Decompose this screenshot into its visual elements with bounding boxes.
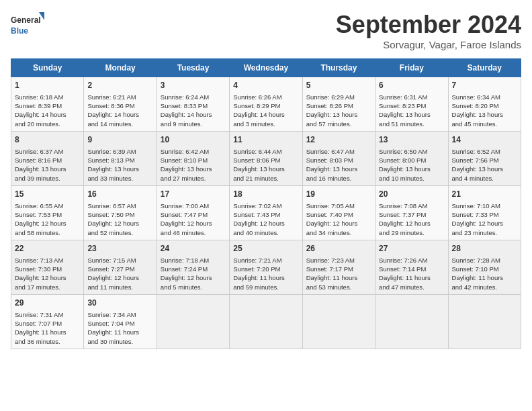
- day-info: Sunrise: 6:42 AM Sunset: 8:10 PM Dayligh…: [161, 147, 226, 183]
- header: General Blue September 2024 Sorvagur, Va…: [11, 11, 521, 50]
- calendar-cell: 4Sunrise: 6:26 AM Sunset: 8:29 PM Daylig…: [230, 77, 302, 132]
- calendar-cell: 13Sunrise: 6:50 AM Sunset: 8:00 PM Dayli…: [375, 131, 448, 185]
- day-info: Sunrise: 6:31 AM Sunset: 8:23 PM Dayligh…: [379, 93, 444, 128]
- day-info: Sunrise: 6:44 AM Sunset: 8:06 PM Dayligh…: [233, 147, 298, 183]
- day-info: Sunrise: 6:34 AM Sunset: 8:20 PM Dayligh…: [452, 93, 517, 128]
- day-number: 10: [161, 134, 226, 146]
- calendar-cell: 2Sunrise: 6:21 AM Sunset: 8:36 PM Daylig…: [84, 77, 157, 132]
- calendar-cell: [157, 294, 229, 349]
- location-title: Sorvagur, Vagar, Faroe Islands: [336, 39, 521, 50]
- title-block: September 2024 Sorvagur, Vagar, Faroe Is…: [336, 11, 521, 50]
- day-info: Sunrise: 7:31 AM Sunset: 7:07 PM Dayligh…: [15, 310, 80, 346]
- day-number: 7: [452, 80, 517, 91]
- day-info: Sunrise: 7:28 AM Sunset: 7:10 PM Dayligh…: [452, 256, 517, 291]
- calendar-cell: 19Sunrise: 7:05 AM Sunset: 7:40 PM Dayli…: [302, 185, 375, 240]
- day-info: Sunrise: 7:15 AM Sunset: 7:27 PM Dayligh…: [87, 256, 152, 291]
- day-info: Sunrise: 7:26 AM Sunset: 7:14 PM Dayligh…: [379, 256, 444, 291]
- calendar-cell: 3Sunrise: 6:24 AM Sunset: 8:33 PM Daylig…: [157, 77, 229, 132]
- header-day: Tuesday: [157, 59, 229, 77]
- header-day: Monday: [84, 59, 157, 77]
- calendar-cell: 26Sunrise: 7:23 AM Sunset: 7:17 PM Dayli…: [302, 240, 375, 294]
- day-number: 20: [379, 189, 444, 200]
- day-number: 19: [306, 189, 371, 200]
- calendar-cell: 17Sunrise: 7:00 AM Sunset: 7:47 PM Dayli…: [157, 185, 229, 240]
- day-info: Sunrise: 6:26 AM Sunset: 8:29 PM Dayligh…: [233, 93, 298, 128]
- header-day: Thursday: [302, 59, 375, 77]
- calendar-cell: 6Sunrise: 6:31 AM Sunset: 8:23 PM Daylig…: [375, 77, 448, 132]
- day-info: Sunrise: 6:21 AM Sunset: 8:36 PM Dayligh…: [87, 93, 152, 128]
- header-row: SundayMondayTuesdayWednesdayThursdayFrid…: [11, 59, 521, 77]
- calendar-cell: 8Sunrise: 6:37 AM Sunset: 8:16 PM Daylig…: [11, 131, 84, 185]
- logo: General Blue: [11, 11, 44, 39]
- day-info: Sunrise: 7:00 AM Sunset: 7:47 PM Dayligh…: [161, 201, 226, 237]
- day-info: Sunrise: 6:50 AM Sunset: 8:00 PM Dayligh…: [379, 147, 444, 183]
- calendar-cell: 30Sunrise: 7:34 AM Sunset: 7:04 PM Dayli…: [84, 294, 157, 349]
- calendar-cell: 14Sunrise: 6:52 AM Sunset: 7:56 PM Dayli…: [448, 131, 521, 185]
- day-info: Sunrise: 6:24 AM Sunset: 8:33 PM Dayligh…: [161, 93, 226, 128]
- calendar-cell: 11Sunrise: 6:44 AM Sunset: 8:06 PM Dayli…: [230, 131, 302, 185]
- calendar-cell: 23Sunrise: 7:15 AM Sunset: 7:27 PM Dayli…: [84, 240, 157, 294]
- day-number: 1: [15, 80, 80, 91]
- day-number: 12: [306, 134, 371, 146]
- calendar-table: SundayMondayTuesdayWednesdayThursdayFrid…: [11, 58, 521, 349]
- calendar-cell: 9Sunrise: 6:39 AM Sunset: 8:13 PM Daylig…: [84, 131, 157, 185]
- calendar-cell: 5Sunrise: 6:29 AM Sunset: 8:26 PM Daylig…: [302, 77, 375, 132]
- calendar-cell: 15Sunrise: 6:55 AM Sunset: 7:53 PM Dayli…: [11, 185, 84, 240]
- calendar-cell: 24Sunrise: 7:18 AM Sunset: 7:24 PM Dayli…: [157, 240, 229, 294]
- day-info: Sunrise: 7:34 AM Sunset: 7:04 PM Dayligh…: [87, 310, 152, 346]
- day-number: 8: [15, 134, 80, 146]
- day-number: 25: [233, 243, 298, 255]
- day-info: Sunrise: 7:10 AM Sunset: 7:33 PM Dayligh…: [452, 201, 517, 237]
- day-info: Sunrise: 6:37 AM Sunset: 8:16 PM Dayligh…: [15, 147, 80, 183]
- logo-svg: General Blue: [11, 11, 44, 39]
- day-info: Sunrise: 7:08 AM Sunset: 7:37 PM Dayligh…: [379, 201, 444, 237]
- header-day: Wednesday: [230, 59, 302, 77]
- day-number: 15: [15, 189, 80, 200]
- day-info: Sunrise: 7:23 AM Sunset: 7:17 PM Dayligh…: [306, 256, 371, 291]
- calendar-cell: 28Sunrise: 7:28 AM Sunset: 7:10 PM Dayli…: [448, 240, 521, 294]
- calendar-cell: 16Sunrise: 6:57 AM Sunset: 7:50 PM Dayli…: [84, 185, 157, 240]
- header-day: Sunday: [11, 59, 84, 77]
- calendar-week-row: 15Sunrise: 6:55 AM Sunset: 7:53 PM Dayli…: [11, 185, 521, 240]
- day-info: Sunrise: 7:05 AM Sunset: 7:40 PM Dayligh…: [306, 201, 371, 237]
- day-number: 5: [306, 80, 371, 91]
- day-number: 23: [87, 243, 152, 255]
- day-number: 28: [452, 243, 517, 255]
- month-title: September 2024: [336, 11, 521, 39]
- calendar-week-row: 29Sunrise: 7:31 AM Sunset: 7:07 PM Dayli…: [11, 294, 521, 349]
- calendar-cell: 27Sunrise: 7:26 AM Sunset: 7:14 PM Dayli…: [375, 240, 448, 294]
- day-number: 30: [87, 298, 152, 309]
- day-number: 6: [379, 80, 444, 91]
- calendar-cell: 29Sunrise: 7:31 AM Sunset: 7:07 PM Dayli…: [11, 294, 84, 349]
- calendar-cell: 12Sunrise: 6:47 AM Sunset: 8:03 PM Dayli…: [302, 131, 375, 185]
- day-number: 21: [452, 189, 517, 200]
- calendar-cell: 7Sunrise: 6:34 AM Sunset: 8:20 PM Daylig…: [448, 77, 521, 132]
- calendar-week-row: 8Sunrise: 6:37 AM Sunset: 8:16 PM Daylig…: [11, 131, 521, 185]
- calendar-cell: [230, 294, 302, 349]
- header-day: Saturday: [448, 59, 521, 77]
- day-info: Sunrise: 7:02 AM Sunset: 7:43 PM Dayligh…: [233, 201, 298, 237]
- day-info: Sunrise: 6:52 AM Sunset: 7:56 PM Dayligh…: [452, 147, 517, 183]
- day-info: Sunrise: 6:39 AM Sunset: 8:13 PM Dayligh…: [87, 147, 152, 183]
- calendar-cell: 20Sunrise: 7:08 AM Sunset: 7:37 PM Dayli…: [375, 185, 448, 240]
- day-number: 24: [161, 243, 226, 255]
- svg-text:Blue: Blue: [11, 26, 28, 36]
- day-number: 29: [15, 298, 80, 309]
- calendar-week-row: 1Sunrise: 6:18 AM Sunset: 8:39 PM Daylig…: [11, 77, 521, 132]
- day-info: Sunrise: 7:13 AM Sunset: 7:30 PM Dayligh…: [15, 256, 80, 291]
- header-day: Friday: [375, 59, 448, 77]
- calendar-week-row: 22Sunrise: 7:13 AM Sunset: 7:30 PM Dayli…: [11, 240, 521, 294]
- calendar-cell: 18Sunrise: 7:02 AM Sunset: 7:43 PM Dayli…: [230, 185, 302, 240]
- day-number: 11: [233, 134, 298, 146]
- day-info: Sunrise: 6:57 AM Sunset: 7:50 PM Dayligh…: [87, 201, 152, 237]
- day-info: Sunrise: 7:21 AM Sunset: 7:20 PM Dayligh…: [233, 256, 298, 291]
- day-number: 3: [161, 80, 226, 91]
- calendar-cell: [448, 294, 521, 349]
- calendar-cell: [375, 294, 448, 349]
- day-number: 16: [87, 189, 152, 200]
- calendar-cell: 25Sunrise: 7:21 AM Sunset: 7:20 PM Dayli…: [230, 240, 302, 294]
- day-number: 18: [233, 189, 298, 200]
- day-number: 4: [233, 80, 298, 91]
- day-number: 26: [306, 243, 371, 255]
- calendar-cell: 1Sunrise: 6:18 AM Sunset: 8:39 PM Daylig…: [11, 77, 84, 132]
